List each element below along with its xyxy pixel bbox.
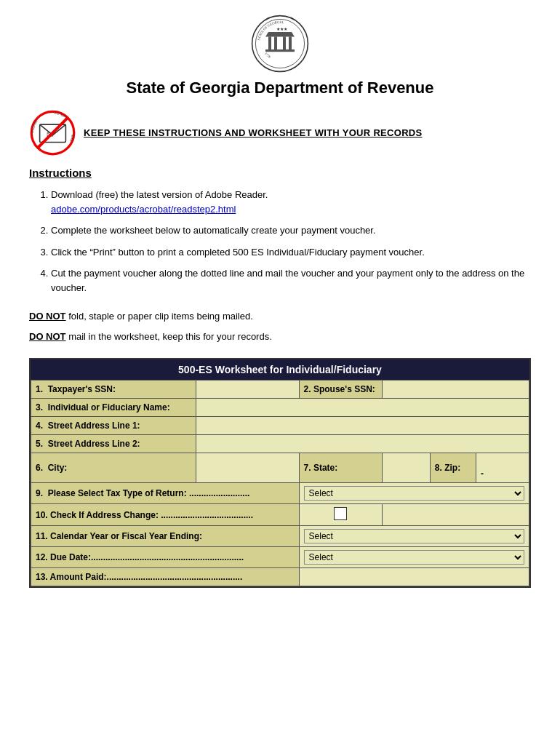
row-tax-type: 9. Please Select Tax Type of Return: ...… (31, 483, 529, 504)
city-label: 6. City: (31, 453, 196, 483)
row-city-state-zip: 6. City: 7. State: 8. Zip: - (31, 453, 529, 483)
page-title: State of Georgia Department of Revenue (29, 79, 531, 97)
row-due-date: 12. Due Date:...........................… (31, 547, 529, 568)
tax-type-select[interactable]: Select (304, 486, 524, 501)
svg-text:★★★: ★★★ (276, 26, 287, 31)
notices-section: DO NOT fold, staple or paper clip items … (29, 309, 531, 343)
instructions-heading: Instructions (29, 167, 531, 179)
tax-type-label: 9. Please Select Tax Type of Return: ...… (31, 483, 300, 504)
instructions-list: Download (free) the latest version of Ad… (29, 188, 531, 295)
svg-marker-8 (265, 32, 295, 36)
zip-ext-input[interactable] (486, 468, 515, 479)
worksheet-table: 1. Taxpayer's SSN: 2. Spouse's SSN: 3. I… (31, 380, 529, 586)
worksheet-title: 500-ES Worksheet for Individual/Fiduciar… (31, 359, 529, 380)
address-change-checkbox[interactable] (334, 507, 347, 520)
calendar-year-label: 11. Calendar Year or Fiscal Year Ending: (31, 526, 300, 547)
svg-text:1776: 1776 (264, 52, 271, 59)
taxpayer-ssn-input[interactable] (201, 383, 295, 395)
address-change-label: 10. Check If Address Change: ...........… (31, 504, 300, 526)
taxpayer-ssn-label: 1. Taxpayer's SSN: (31, 381, 196, 399)
calendar-year-select[interactable]: Select (304, 529, 524, 543)
spouse-ssn-input[interactable] (387, 383, 524, 395)
amount-paid-label: 13. Amount Paid:........................… (31, 568, 300, 586)
individual-name-input[interactable] (201, 402, 524, 413)
due-date-label: 12. Due Date:...........................… (31, 547, 300, 568)
row-ssn: 1. Taxpayer's SSN: 2. Spouse's SSN: (31, 381, 529, 399)
zip-input[interactable] (481, 456, 524, 468)
street2-input[interactable] (201, 438, 524, 450)
street1-input[interactable] (201, 420, 524, 431)
row-street2: 5. Street Address Line 2: (31, 435, 529, 453)
georgia-seal: STATE OF GEORGIA 1776 ★★★ (251, 15, 309, 73)
do-not-label-1: DO NOT (29, 311, 66, 322)
row-amount-paid: 13. Amount Paid:........................… (31, 568, 529, 586)
worksheet: 500-ES Worksheet for Individual/Fiduciar… (29, 358, 531, 588)
instruction-item-3: Click the “Print” button to print a comp… (51, 245, 531, 260)
svg-line-14 (38, 118, 68, 148)
svg-rect-7 (289, 36, 292, 49)
due-date-select[interactable]: Select (304, 550, 524, 565)
svg-point-0 (252, 16, 308, 72)
instruction-item-4: Cut the payment voucher along the dotted… (51, 266, 531, 295)
city-input[interactable] (201, 462, 295, 474)
instruction-item-2: Complete the worksheet below to automati… (51, 223, 531, 238)
zip-label: 8. Zip: (430, 453, 476, 483)
row-address-change: 10. Check If Address Change: ...........… (31, 504, 529, 526)
row-name: 3. Individual or Fiduciary Name: (31, 399, 529, 417)
notice-1: DO NOT fold, staple or paper clip items … (29, 309, 531, 324)
street1-label: 4. Street Address Line 1: (31, 417, 196, 435)
zip-dash: - (481, 469, 484, 479)
keep-records-label: KEEP THESE INSTRUCTIONS AND WORKSHEET WI… (84, 127, 423, 138)
no-mail-banner: ✉ PLEASE DO NOT MAIL KEEP THESE INSTRUCT… (29, 109, 531, 156)
do-not-label-2: DO NOT (29, 331, 66, 342)
address-change-input[interactable] (387, 509, 524, 521)
individual-name-label: 3. Individual or Fiduciary Name: (31, 399, 196, 417)
instruction-item-1: Download (free) the latest version of Ad… (51, 188, 531, 216)
amount-paid-input[interactable] (304, 571, 524, 583)
svg-rect-4 (268, 36, 271, 49)
state-label: 7. State: (299, 453, 382, 483)
svg-text:MAIL: MAIL (68, 134, 74, 143)
spouse-ssn-label: 2. Spouse's SSN: (299, 381, 382, 399)
no-mail-icon: ✉ PLEASE DO NOT MAIL (29, 109, 76, 156)
instructions-section: Instructions Download (free) the latest … (29, 167, 531, 295)
row-street1: 4. Street Address Line 1: (31, 417, 529, 435)
svg-text:PLEASE: PLEASE (31, 119, 38, 133)
row-calendar-year: 11. Calendar Year or Fiscal Year Ending:… (31, 526, 529, 547)
state-input[interactable] (387, 462, 416, 474)
svg-rect-5 (274, 36, 277, 49)
svg-rect-9 (265, 49, 295, 52)
adobe-link[interactable]: adobe.com/products/acrobat/readstep2.htm… (51, 204, 236, 215)
svg-rect-6 (283, 36, 286, 49)
notice-2: DO NOT mail in the worksheet, keep this … (29, 330, 531, 344)
street2-label: 5. Street Address Line 2: (31, 435, 196, 453)
